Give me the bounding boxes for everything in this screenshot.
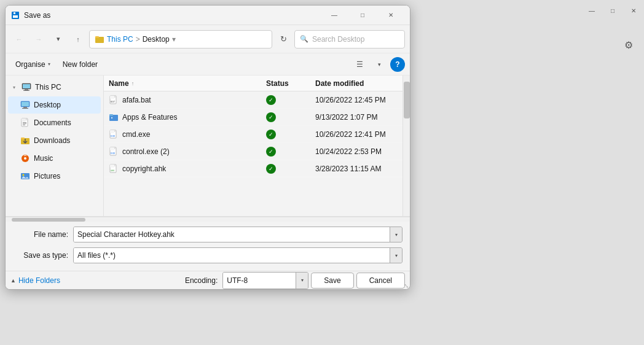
file-list-inner: Name ↑ Status Date modified bbox=[104, 76, 402, 216]
dropdown-btn[interactable]: ▾ bbox=[50, 31, 67, 48]
minimize-btn[interactable]: — bbox=[320, 6, 348, 25]
main-content: ▾ This PC bbox=[6, 76, 410, 217]
sort-arrow-icon: ↑ bbox=[132, 80, 135, 87]
filetype-dropdown-icon[interactable]: ▾ bbox=[390, 248, 402, 263]
file-row[interactable]: BAT afafa.bat ✓ 10/26/2022 12:45 PM bbox=[104, 91, 402, 109]
encoding-select-wrapper[interactable]: UTF-8 ▾ bbox=[222, 272, 308, 289]
svg-rect-16 bbox=[23, 123, 26, 124]
file-name-cell: EXE cmd.exe bbox=[104, 130, 261, 139]
shortcut-file-icon bbox=[109, 112, 119, 122]
search-placeholder: Search Desktop bbox=[312, 35, 364, 44]
filename-dropdown-icon[interactable]: ▾ bbox=[390, 227, 402, 242]
breadcrumb-sep: > bbox=[136, 35, 140, 44]
sidebar-item-pictures[interactable]: Pictures bbox=[8, 168, 101, 185]
resize-handle[interactable]: ⤡ bbox=[402, 282, 410, 289]
search-box[interactable]: 🔍 Search Desktop bbox=[294, 30, 405, 48]
file-date-cell: 3/28/2023 11:15 AM bbox=[310, 165, 402, 173]
desktop-background: — □ ✕ ⚙ Save as — □ ✕ ← → bbox=[0, 0, 644, 345]
dialog-title: Save as bbox=[24, 11, 320, 20]
filetype-input[interactable]: All files (*.*) bbox=[74, 248, 390, 263]
taskbar-controls: — □ ✕ bbox=[587, 6, 638, 15]
documents-label: Documents bbox=[34, 118, 96, 127]
svg-text:EXE: EXE bbox=[111, 152, 116, 155]
vertical-scrollbar[interactable] bbox=[402, 76, 410, 216]
svg-rect-33 bbox=[110, 147, 114, 150]
col-status-header[interactable]: Status bbox=[261, 79, 310, 88]
settings-gear-icon[interactable]: ⚙ bbox=[621, 37, 637, 53]
up-btn[interactable]: ↑ bbox=[69, 31, 87, 48]
hide-folders-label[interactable]: Hide Folders bbox=[18, 276, 60, 285]
cancel-button[interactable]: Cancel bbox=[356, 273, 405, 289]
sidebar-item-documents[interactable]: Documents bbox=[8, 114, 101, 131]
svg-point-21 bbox=[24, 157, 26, 160]
status-check-icon: ✓ bbox=[266, 130, 276, 139]
file-name-0: afafa.bat bbox=[122, 96, 151, 104]
file-date-cell: 10/24/2022 2:53 PM bbox=[310, 147, 402, 156]
sidebar-item-music[interactable]: Music bbox=[8, 150, 101, 167]
file-name-cell: Apps & Features bbox=[104, 112, 261, 122]
file-list-area: Name ↑ Status Date modified bbox=[104, 76, 410, 216]
status-check-icon: ✓ bbox=[266, 147, 276, 157]
sidebar-item-desktop[interactable]: Desktop bbox=[8, 96, 101, 114]
address-bar: ← → ▾ ↑ This PC > Desktop ▾ ↻ 🔍 Searc bbox=[6, 25, 410, 53]
sidebar-item-downloads[interactable]: Downloads bbox=[8, 132, 101, 149]
maximize-btn[interactable]: □ bbox=[348, 6, 377, 25]
music-label: Music bbox=[34, 154, 96, 163]
file-row[interactable]: EXE cmd.exe ✓ 10/26/2022 12:41 PM bbox=[104, 126, 402, 143]
encoding-select[interactable]: UTF-8 bbox=[223, 273, 296, 289]
filename-input[interactable]: Special Character Hotkey.ahk bbox=[74, 227, 390, 242]
filetype-input-wrapper[interactable]: All files (*.*) ▾ bbox=[73, 247, 402, 263]
svg-rect-11 bbox=[23, 107, 27, 108]
svg-rect-17 bbox=[23, 125, 25, 125]
status-check-icon: ✓ bbox=[266, 95, 276, 105]
forward-btn[interactable]: → bbox=[30, 31, 47, 48]
filetype-row: Save as type: All files (*.*) ▾ bbox=[13, 246, 402, 265]
filetype-label: Save as type: bbox=[13, 251, 68, 260]
desktop-icon bbox=[20, 100, 30, 110]
file-name-1: Apps & Features bbox=[122, 113, 177, 122]
svg-rect-1 bbox=[13, 15, 18, 18]
horizontal-scrollbar[interactable] bbox=[6, 217, 410, 222]
minimize-taskbar-btn[interactable]: — bbox=[587, 6, 596, 15]
file-name-2: cmd.exe bbox=[122, 130, 150, 139]
music-icon bbox=[20, 153, 30, 163]
breadcrumb-dropdown[interactable]: ▾ bbox=[172, 35, 176, 44]
breadcrumb-this-pc[interactable]: This PC bbox=[107, 35, 133, 44]
back-btn[interactable]: ← bbox=[10, 31, 28, 48]
view-btn[interactable]: ☰ bbox=[351, 56, 368, 72]
help-btn[interactable]: ? bbox=[390, 57, 405, 72]
scrollbar-thumb[interactable] bbox=[404, 82, 410, 118]
horizontal-scrollbar-thumb[interactable] bbox=[12, 218, 85, 222]
organise-btn[interactable]: Organise ▾ bbox=[10, 56, 55, 72]
pictures-label: Pictures bbox=[34, 172, 96, 180]
breadcrumb-desktop[interactable]: Desktop bbox=[143, 35, 170, 44]
svg-rect-7 bbox=[25, 89, 28, 90]
downloads-icon bbox=[20, 136, 30, 145]
filename-input-wrapper[interactable]: Special Character Hotkey.ahk ▾ bbox=[73, 227, 402, 242]
maximize-taskbar-btn[interactable]: □ bbox=[608, 6, 617, 15]
file-status-cell: ✓ bbox=[261, 95, 310, 105]
file-list-header: Name ↑ Status Date modified bbox=[104, 76, 402, 91]
search-icon: 🔍 bbox=[300, 35, 308, 43]
new-folder-btn[interactable]: New folder bbox=[58, 56, 103, 72]
filename-row: File name: Special Character Hotkey.ahk … bbox=[13, 225, 402, 244]
file-name-4: copyright.ahk bbox=[122, 165, 166, 173]
file-name-cell: EXE control.exe (2) bbox=[104, 147, 261, 157]
col-name-header[interactable]: Name ↑ bbox=[104, 79, 261, 88]
view-dropdown-btn[interactable]: ▾ bbox=[371, 56, 388, 72]
save-button[interactable]: Save bbox=[311, 273, 353, 289]
file-name-cell: AHK copyright.ahk bbox=[104, 164, 261, 174]
breadcrumb[interactable]: This PC > Desktop ▾ bbox=[89, 30, 272, 48]
sidebar-item-this-pc[interactable]: ▾ This PC bbox=[8, 79, 101, 96]
file-row[interactable]: AHK copyright.ahk ✓ 3/28/2023 11:15 AM bbox=[104, 160, 402, 177]
file-date-cell: 10/26/2022 12:41 PM bbox=[310, 130, 402, 139]
svg-point-23 bbox=[23, 174, 25, 176]
close-btn[interactable]: ✕ bbox=[377, 6, 405, 25]
file-row[interactable]: EXE control.exe (2) ✓ 10/24/2022 2:53 PM bbox=[104, 143, 402, 160]
file-row[interactable]: Apps & Features ✓ 9/13/2022 1:07 PM bbox=[104, 109, 402, 126]
refresh-btn[interactable]: ↻ bbox=[275, 31, 292, 48]
col-date-header[interactable]: Date modified bbox=[310, 79, 402, 88]
encoding-dropdown-icon[interactable]: ▾ bbox=[296, 273, 308, 289]
toolbar: Organise ▾ New folder ☰ ▾ ? bbox=[6, 53, 410, 76]
close-taskbar-btn[interactable]: ✕ bbox=[629, 6, 638, 15]
